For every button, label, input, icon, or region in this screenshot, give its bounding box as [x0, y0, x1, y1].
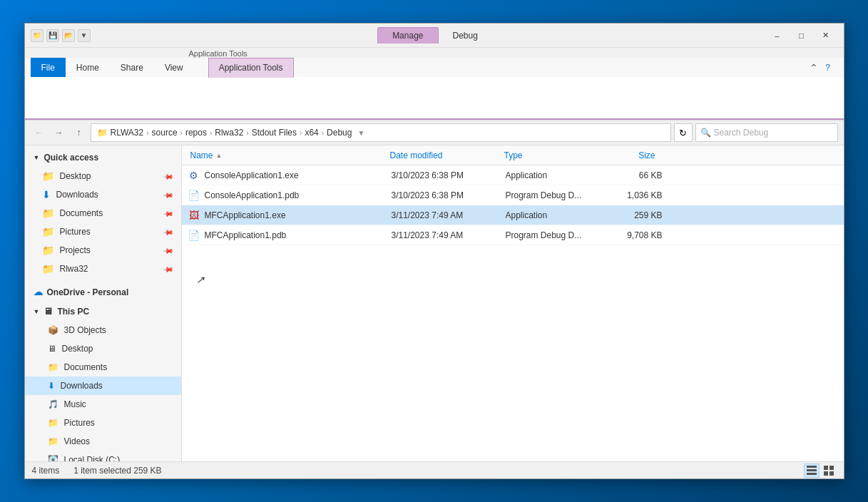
sidebar-item-pictures-quick[interactable]: 📁 Pictures 📌: [25, 222, 181, 241]
sidebar-label-music: Music: [64, 399, 86, 409]
folder-icon-tb[interactable]: 📁: [31, 29, 44, 42]
large-icons-view-icon: [824, 466, 834, 476]
sidebar-item-videos[interactable]: 📁 Videos: [25, 432, 181, 451]
sidebar-item-projects-quick[interactable]: 📁 Projects 📌: [25, 241, 181, 260]
quick-access-header[interactable]: ▼ Quick access: [25, 148, 181, 167]
address-path[interactable]: 📁 RLWA32 › source › repos › Rlwa32 › Std…: [91, 123, 671, 142]
large-icons-view-button[interactable]: [821, 463, 837, 478]
sidebar-item-desktop-quick[interactable]: 📁 Desktop 📌: [25, 167, 181, 185]
tab-home[interactable]: Home: [66, 58, 110, 77]
file-type-exe2: Application: [506, 210, 606, 220]
file-type-pdb1: Program Debug D...: [506, 190, 606, 200]
col-header-type[interactable]: Type: [501, 150, 601, 160]
table-row[interactable]: 📄 MFCApplication1.pdb 3/11/2023 7:49 AM …: [182, 225, 844, 245]
sidebar-label-projects-quick: Projects: [60, 245, 91, 255]
sidebar: ▼ Quick access 📁 Desktop 📌 ⬇ Downloads 📌…: [25, 145, 182, 461]
sidebar-item-desktop-pc[interactable]: 🖥 Desktop: [25, 339, 181, 358]
up-button[interactable]: ↑: [71, 124, 88, 141]
thispc-expand[interactable]: ▼: [34, 308, 40, 315]
sidebar-item-documents-quick[interactable]: 📁 Documents 📌: [25, 204, 181, 222]
svg-rect-4: [829, 466, 834, 470]
ribbon-tabs: File Home Share View Application Tools ⌃…: [25, 58, 844, 77]
sidebar-label-3dobjects: 3D Objects: [64, 325, 106, 335]
tab-file[interactable]: File: [31, 58, 66, 77]
path-stdout[interactable]: Stdout Files: [252, 128, 297, 138]
svg-rect-6: [829, 471, 834, 476]
col-size-label: Size: [638, 150, 655, 160]
file-icon-pdb1: 📄: [188, 189, 200, 202]
documents-icon-pc: 📁: [48, 362, 58, 372]
file-icon-pdb2: 📄: [188, 229, 200, 242]
table-row[interactable]: 📄 ConsoleApplication1.pdb 3/10/2023 6:38…: [182, 185, 844, 205]
desktop-folder-icon: 📁: [42, 170, 54, 182]
file-type-exe1: Application: [506, 170, 606, 180]
refresh-button[interactable]: ↻: [674, 123, 693, 142]
sidebar-item-downloads-pc[interactable]: ⬇ Downloads: [25, 376, 181, 395]
path-repos[interactable]: repos: [185, 128, 207, 138]
search-placeholder: Search Debug: [714, 128, 769, 138]
pin-icon-pic: 📌: [162, 226, 173, 237]
sidebar-item-localc[interactable]: 💽 Local Disk (C:): [25, 451, 181, 461]
quick-access-expand[interactable]: ▼: [34, 154, 40, 161]
path-source[interactable]: source: [152, 128, 178, 138]
file-date-pdb2: 3/11/2023 7:49 AM: [392, 230, 506, 240]
col-header-size[interactable]: Size: [601, 150, 658, 160]
downloads-icon-quick: ⬇: [42, 189, 51, 200]
file-icon-exe1: ⚙: [188, 169, 200, 182]
table-row[interactable]: ⚙ ConsoleApplication1.exe 3/10/2023 6:38…: [182, 165, 844, 185]
path-rlwa32[interactable]: RLWA32: [111, 128, 144, 138]
file-date-exe2: 3/11/2023 7:49 AM: [392, 210, 506, 220]
title-bar-icons: 📁 💾 📂 ▼: [31, 29, 91, 42]
save-icon-tb[interactable]: 💾: [46, 29, 59, 42]
help-button[interactable]: ?: [821, 61, 835, 75]
forward-button[interactable]: →: [51, 124, 68, 141]
onedrive-header[interactable]: ☁ OneDrive - Personal: [25, 282, 181, 302]
path-debug[interactable]: Debug: [327, 128, 352, 138]
downloads-icon-pc: ⬇: [48, 381, 55, 391]
sidebar-item-downloads-quick[interactable]: ⬇ Downloads 📌: [25, 185, 181, 204]
path-x64[interactable]: x64: [305, 128, 318, 138]
table-row[interactable]: 🖼 MFCApplication1.exe 3/11/2023 7:49 AM …: [182, 205, 844, 225]
title-bar-center: Manage Debug: [91, 27, 765, 43]
sidebar-item-3dobjects[interactable]: 📦 3D Objects: [25, 321, 181, 339]
col-header-name[interactable]: Name ▲: [188, 150, 387, 160]
ribbon-collapse-button[interactable]: ⌃: [807, 61, 821, 75]
path-rlwa32-2[interactable]: Rlwa32: [215, 128, 243, 138]
down-arrow-tb[interactable]: ▼: [78, 29, 91, 42]
sidebar-label-pictures-quick: Pictures: [60, 227, 91, 237]
sidebar-item-rlwa32-quick[interactable]: 📁 Rlwa32 📌: [25, 260, 181, 278]
file-name-pdb2: MFCApplication1.pdb: [205, 230, 392, 240]
sidebar-label-rlwa32-quick: Rlwa32: [60, 264, 88, 274]
sidebar-item-pictures-pc[interactable]: 📁 Pictures: [25, 414, 181, 432]
music-icon: 🎵: [48, 399, 58, 409]
pin-icon-rl: 📌: [162, 263, 173, 275]
selected-info: 1 item selected 259 KB: [73, 466, 161, 476]
file-date-exe1: 3/10/2023 6:38 PM: [392, 170, 506, 180]
tab-application-tools[interactable]: Application Tools: [208, 58, 294, 78]
items-count: 4 items: [32, 466, 60, 476]
svg-rect-2: [807, 473, 817, 475]
search-box[interactable]: 🔍 Search Debug: [695, 123, 838, 142]
maximize-button[interactable]: □: [790, 26, 814, 46]
close-button[interactable]: ✕: [814, 26, 838, 46]
manage-tab[interactable]: Manage: [377, 27, 438, 43]
minimize-button[interactable]: –: [765, 26, 790, 46]
col-header-date[interactable]: Date modified: [387, 150, 501, 160]
sidebar-label-downloads-pc: Downloads: [61, 381, 103, 391]
tab-share[interactable]: Share: [110, 58, 154, 77]
videos-icon: 📁: [48, 436, 58, 446]
open-icon-tb[interactable]: 📂: [62, 29, 75, 42]
main-area: ▼ Quick access 📁 Desktop 📌 ⬇ Downloads 📌…: [25, 145, 844, 461]
sidebar-item-documents-pc[interactable]: 📁 Documents: [25, 358, 181, 376]
thispc-icon: 🖥: [44, 306, 53, 317]
thispc-header[interactable]: ▼ 🖥 This PC: [25, 302, 181, 321]
tab-view[interactable]: View: [154, 58, 194, 77]
sidebar-item-music[interactable]: 🎵 Music: [25, 395, 181, 414]
empty-area[interactable]: ↗: [182, 245, 844, 314]
back-button[interactable]: ←: [31, 124, 48, 141]
pin-icon: 📌: [162, 170, 173, 182]
details-view-button[interactable]: [804, 463, 820, 478]
path-dropdown-arrow[interactable]: ▼: [357, 129, 364, 137]
ribbon-content: [25, 77, 844, 120]
documents-icon-quick: 📁: [42, 208, 54, 219]
